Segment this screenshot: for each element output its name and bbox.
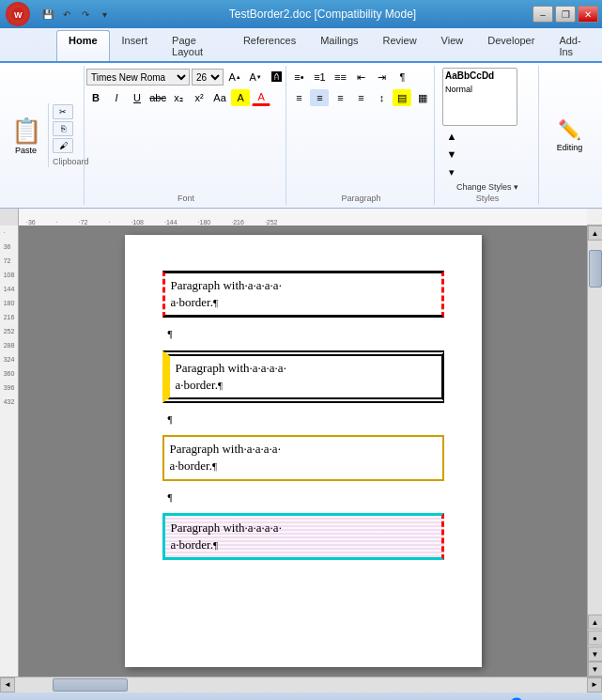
- ribbon-tabs: Home Insert Page Layout References Maili…: [0, 28, 602, 61]
- font-size-select[interactable]: 26: [192, 69, 224, 86]
- v-mark: 288: [4, 342, 15, 349]
- text-highlight-button[interactable]: A: [231, 89, 250, 106]
- line-spacing-button[interactable]: ↕: [372, 89, 391, 106]
- horizontal-scrollbar: ◄ ►: [0, 677, 602, 692]
- editing-button[interactable]: ✏️ Editing: [546, 107, 594, 163]
- styles-up-button[interactable]: ▲: [442, 128, 461, 145]
- font-group: Times New Roma 26 A▲ A▼ 🅰 B I U abc x₂ x…: [86, 66, 286, 205]
- justify-button[interactable]: ≡: [351, 89, 370, 106]
- ruler-mark: ·108: [131, 219, 144, 226]
- tab-page-layout[interactable]: Page Layout: [160, 30, 231, 61]
- change-styles-button[interactable]: Change Styles ▾: [456, 182, 518, 192]
- underline-button[interactable]: U: [128, 89, 147, 106]
- subscript-button[interactable]: x₂: [169, 89, 188, 106]
- tab-add-ins[interactable]: Add-Ins: [547, 30, 600, 61]
- v-mark: 360: [4, 370, 15, 377]
- show-hide-button[interactable]: ¶: [393, 69, 411, 86]
- document-scroll[interactable]: Paragraph with·a·a·a·a·a·border.¶ ¶ Para…: [19, 226, 587, 677]
- styles-nav: ▲ ▼ ▾: [442, 128, 461, 180]
- clear-formatting-button[interactable]: 🅰: [267, 69, 286, 86]
- minimize-button[interactable]: –: [533, 6, 553, 23]
- shrink-font-button[interactable]: A▼: [246, 69, 265, 86]
- font-name-select[interactable]: Times New Roma: [86, 69, 190, 86]
- tab-view[interactable]: View: [429, 30, 476, 61]
- copy-button[interactable]: ⎘: [53, 121, 73, 136]
- v-mark: ·: [4, 229, 15, 236]
- styles-group-label: Styles: [476, 194, 500, 203]
- v-mark: 432: [4, 398, 15, 405]
- ruler-mark: ·36: [26, 219, 36, 226]
- h-scrollbar-track[interactable]: [15, 677, 587, 692]
- grow-font-button[interactable]: A▲: [225, 69, 244, 86]
- tab-home[interactable]: Home: [56, 30, 110, 61]
- scroll-up-button[interactable]: ▲: [588, 226, 603, 241]
- tab-insert[interactable]: Insert: [110, 30, 161, 61]
- align-left-button[interactable]: ≡: [289, 89, 308, 106]
- ruler-mark: ·72: [79, 219, 88, 226]
- window-controls: – ❐ ✕: [533, 6, 598, 23]
- increase-indent-button[interactable]: ⇥: [372, 69, 391, 86]
- spacer-2: ¶: [162, 411, 444, 428]
- decrease-indent-button[interactable]: ⇤: [351, 69, 370, 86]
- scroll-right-button[interactable]: ►: [587, 677, 602, 692]
- document-area: · 36 72 108 144 180 216 252 288 324 360 …: [0, 226, 602, 677]
- scroll-page-down-button[interactable]: ▼: [588, 646, 603, 661]
- customize-qa-button[interactable]: ▾: [96, 6, 113, 23]
- styles-down-button[interactable]: ▼: [442, 146, 461, 163]
- h-scrollbar-thumb[interactable]: [53, 678, 128, 692]
- align-center-button[interactable]: ≡: [310, 89, 329, 106]
- borders-button[interactable]: ▦: [413, 89, 432, 106]
- superscript-button[interactable]: x²: [190, 89, 208, 106]
- styles-gallery[interactable]: AaBbCcDd Normal: [442, 68, 517, 126]
- scrollbar-thumb[interactable]: [589, 250, 602, 288]
- paste-icon: 📋: [11, 117, 41, 146]
- scroll-page-up-button[interactable]: ▲: [588, 614, 603, 630]
- tab-references[interactable]: References: [231, 30, 308, 61]
- ruler-mark: ·252: [265, 219, 278, 226]
- paragraph-4[interactable]: Paragraph with·a·a·a·a·a·border.¶: [162, 513, 444, 560]
- paragraph-1[interactable]: Paragraph with·a·a·a·a·a·border.¶: [162, 271, 444, 318]
- redo-qa-button[interactable]: ↷: [77, 6, 94, 23]
- paragraph-3[interactable]: Paragraph with·a·a·a·a·a·border.¶: [162, 435, 444, 480]
- tab-developer[interactable]: Developer: [475, 30, 547, 61]
- zoom-in-button[interactable]: +: [555, 697, 570, 701]
- clipboard-group: 📋 Paste ✂ ⎘ 🖌 Clipboard: [4, 66, 85, 205]
- zoom-out-button[interactable]: –: [476, 697, 491, 701]
- paragraph-2[interactable]: Paragraph with·a·a·a·a·a·border.¶: [162, 350, 444, 403]
- spacer-1: ¶: [162, 325, 444, 342]
- multilevel-list-button[interactable]: ≡≡: [331, 69, 349, 86]
- format-painter-button[interactable]: 🖌: [53, 138, 73, 153]
- select-browse-button[interactable]: ●: [588, 630, 603, 646]
- italic-button[interactable]: I: [107, 89, 126, 106]
- align-right-button[interactable]: ≡: [331, 89, 349, 106]
- strikethrough-button[interactable]: abc: [148, 89, 167, 106]
- vertical-ruler: · 36 72 108 144 180 216 252 288 324 360 …: [0, 226, 19, 677]
- scrollbar-track[interactable]: [588, 241, 603, 614]
- styles-more-button[interactable]: ▾: [442, 163, 461, 180]
- shading-button[interactable]: ▤: [393, 89, 411, 106]
- paragraph-2-text: Paragraph with·a·a·a·a·a·border.¶: [176, 361, 286, 392]
- tab-mailings[interactable]: Mailings: [308, 30, 370, 61]
- scroll-left-button[interactable]: ◄: [0, 677, 15, 692]
- styles-content: AaBbCcDd Normal ▲ ▼ ▾: [442, 68, 533, 180]
- paste-button[interactable]: 📋 Paste: [4, 103, 49, 167]
- bold-button[interactable]: B: [86, 89, 105, 106]
- tab-review[interactable]: Review: [371, 30, 429, 61]
- font-color-button[interactable]: A: [252, 89, 270, 106]
- save-qa-button[interactable]: 💾: [39, 6, 56, 23]
- align-row: ≡ ≡ ≡ ≡ ↕ ▤ ▦: [289, 89, 432, 106]
- restore-button[interactable]: ❐: [555, 6, 576, 23]
- status-bar: Section: 1 Page: 1 of 1 Line: 7 Column: …: [0, 692, 602, 700]
- close-button[interactable]: ✕: [578, 6, 598, 23]
- ruler-area: ·36 · ·72 · ·108 ·144 ·180 ·216 ·252: [0, 209, 602, 226]
- ruler-marks: ·36 · ·72 · ·108 ·144 ·180 ·216 ·252: [19, 209, 587, 226]
- change-case-button[interactable]: Aa: [210, 89, 229, 106]
- v-mark: 108: [4, 272, 15, 278]
- bullets-button[interactable]: ≡•: [289, 69, 308, 86]
- undo-qa-button[interactable]: ↶: [58, 6, 75, 23]
- office-button[interactable]: W: [6, 2, 30, 26]
- numbering-button[interactable]: ≡1: [310, 69, 329, 86]
- paragraph-4-text: Paragraph with·a·a·a·a·a·border.¶: [171, 521, 282, 552]
- cut-button[interactable]: ✂: [53, 104, 73, 119]
- scroll-down-button[interactable]: ▼: [588, 661, 603, 677]
